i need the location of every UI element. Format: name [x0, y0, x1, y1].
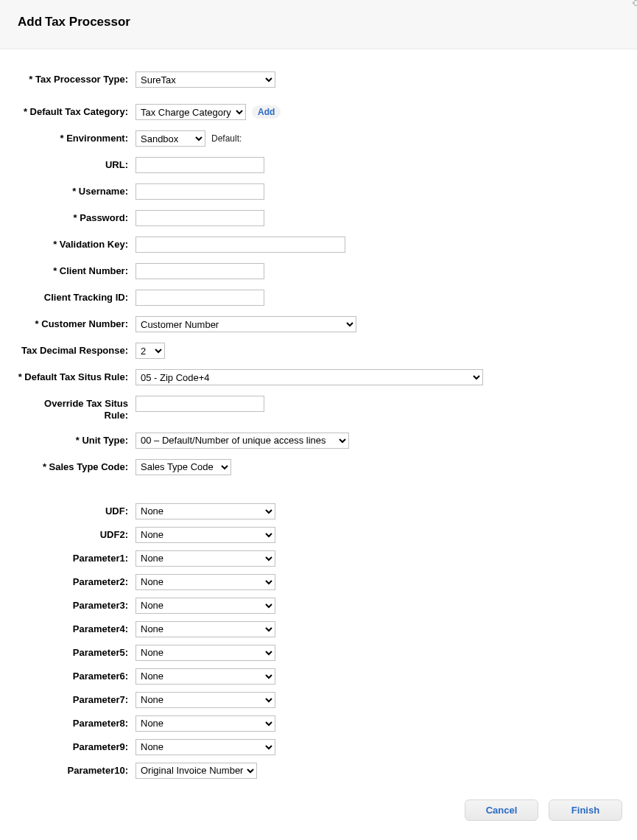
- label-customer-number: * Customer Number:: [18, 316, 136, 330]
- parameter5-select[interactable]: None: [136, 645, 275, 661]
- environment-select[interactable]: Sandbox: [136, 130, 205, 147]
- tax-decimal-response-select[interactable]: 2: [136, 343, 165, 359]
- parameter1-select[interactable]: None: [136, 550, 275, 567]
- username-input[interactable]: [136, 183, 264, 200]
- label-parameter1: Parameter1:: [18, 550, 136, 564]
- parameter2-select[interactable]: None: [136, 574, 275, 590]
- title-bold: Add: [18, 15, 42, 29]
- page-title: Add Tax Processor: [18, 15, 619, 29]
- label-parameter3: Parameter3:: [18, 598, 136, 612]
- label-url: URL:: [18, 157, 136, 171]
- dialog-header: Add Tax Processor: [0, 0, 637, 49]
- parameter10-select[interactable]: Original Invoice Number: [136, 763, 257, 779]
- label-default-tax-situs-rule: * Default Tax Situs Rule:: [18, 369, 136, 383]
- parameter8-select[interactable]: None: [136, 715, 275, 732]
- parameter6-select[interactable]: None: [136, 668, 275, 685]
- label-sales-type-code: * Sales Type Code:: [18, 459, 136, 473]
- form-body: * Tax Processor Type: SureTax * Default …: [0, 49, 637, 794]
- label-tax-processor-type: * Tax Processor Type:: [18, 71, 136, 85]
- override-tax-situs-rule-input[interactable]: [136, 396, 264, 412]
- cancel-button[interactable]: Cancel: [465, 799, 538, 821]
- label-unit-type: * Unit Type:: [18, 433, 136, 447]
- label-parameter4: Parameter4:: [18, 621, 136, 635]
- default-tax-category-select[interactable]: Tax Charge Category: [136, 104, 246, 120]
- label-parameter2: Parameter2:: [18, 574, 136, 588]
- parameter4-select[interactable]: None: [136, 621, 275, 637]
- title-rest: Tax Processor: [45, 15, 130, 29]
- parameter3-select[interactable]: None: [136, 598, 275, 614]
- label-parameter5: Parameter5:: [18, 645, 136, 659]
- dialog-footer: Cancel Finish: [0, 794, 637, 836]
- password-input[interactable]: [136, 210, 264, 226]
- label-username: * Username:: [18, 183, 136, 197]
- unit-type-select[interactable]: 00 – Default/Number of unique access lin…: [136, 433, 349, 449]
- finish-button[interactable]: Finish: [549, 799, 622, 821]
- url-input[interactable]: [136, 157, 264, 173]
- close-icon: [630, 0, 637, 10]
- label-udf: UDF:: [18, 503, 136, 517]
- label-client-tracking-id: Client Tracking ID:: [18, 290, 136, 304]
- label-tax-decimal-response: Tax Decimal Response:: [18, 343, 136, 357]
- label-default-tax-category: * Default Tax Category:: [18, 104, 136, 118]
- label-parameter10: Parameter10:: [18, 763, 136, 777]
- default-tax-situs-rule-select[interactable]: 05 - Zip Code+4: [136, 369, 483, 385]
- label-udf2: UDF2:: [18, 527, 136, 541]
- validation-key-input[interactable]: [136, 237, 345, 253]
- parameter9-select[interactable]: None: [136, 739, 275, 755]
- customer-number-select[interactable]: Customer Number: [136, 316, 356, 332]
- udf-select[interactable]: None: [136, 503, 275, 519]
- environment-default-hint: Default:: [211, 133, 242, 144]
- label-parameter7: Parameter7:: [18, 692, 136, 706]
- add-category-button[interactable]: Add: [252, 105, 281, 119]
- label-override-tax-situs-rule: Override Tax Situs Rule:: [18, 396, 136, 422]
- sales-type-code-select[interactable]: Sales Type Code: [136, 459, 231, 475]
- udf2-select[interactable]: None: [136, 527, 275, 543]
- label-validation-key: * Validation Key:: [18, 237, 136, 251]
- label-parameter9: Parameter9:: [18, 739, 136, 753]
- label-password: * Password:: [18, 210, 136, 224]
- label-client-number: * Client Number:: [18, 263, 136, 277]
- client-tracking-id-input[interactable]: [136, 290, 264, 306]
- label-environment: * Environment:: [18, 130, 136, 144]
- parameter7-select[interactable]: None: [136, 692, 275, 708]
- tax-processor-type-select[interactable]: SureTax: [136, 71, 275, 88]
- label-parameter6: Parameter6:: [18, 668, 136, 682]
- client-number-input[interactable]: [136, 263, 264, 279]
- label-parameter8: Parameter8:: [18, 715, 136, 729]
